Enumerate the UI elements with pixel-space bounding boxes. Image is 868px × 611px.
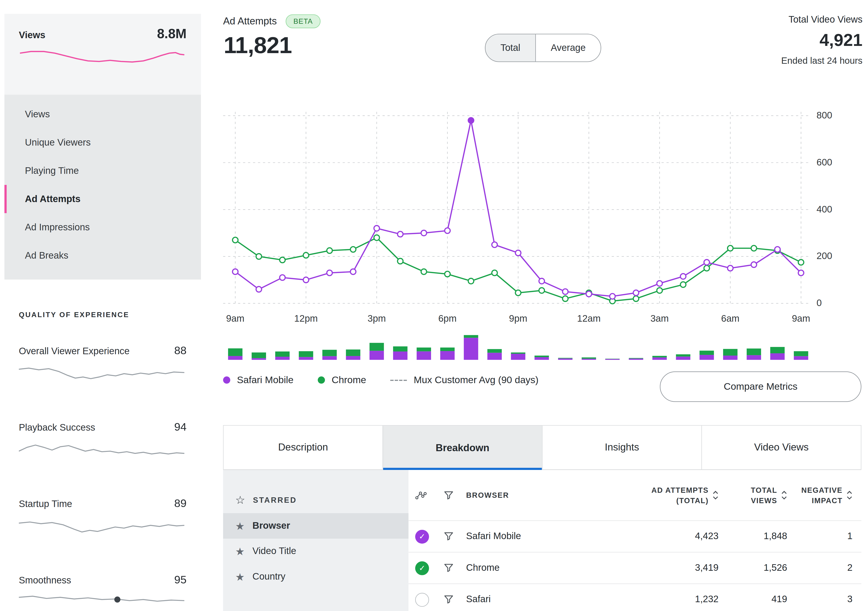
dimension-item-country[interactable]: ★Country bbox=[223, 564, 408, 590]
table-column-browser[interactable]: BROWSER bbox=[466, 491, 594, 499]
chart-legend: Safari MobileChromeMux Customer Avg (90 … bbox=[223, 374, 538, 386]
dimension-label: Browser bbox=[253, 520, 290, 532]
filter-icon[interactable] bbox=[444, 532, 466, 541]
chevron-down-icon[interactable] bbox=[713, 496, 719, 500]
breakdown-table: BROWSERAD ATTEMPTS(TOTAL)TOTALVIEWSNEGAT… bbox=[408, 470, 861, 611]
qoe-item-smoothness[interactable]: Smoothness95 bbox=[19, 574, 186, 611]
detail-tabs: DescriptionBreakdownInsightsVideo Views bbox=[223, 425, 862, 470]
sidebar-item-views[interactable]: Views bbox=[5, 100, 201, 129]
compare-metrics-button[interactable]: Compare Metrics bbox=[660, 371, 861, 402]
journey-icon bbox=[415, 491, 444, 499]
tab-insights[interactable]: Insights bbox=[542, 426, 701, 470]
legend-label: Mux Customer Avg (90 days) bbox=[414, 374, 538, 386]
row-value: 2 bbox=[787, 562, 852, 574]
row-value: 1,232 bbox=[594, 594, 718, 605]
starred-label: STARRED bbox=[253, 495, 297, 504]
qoe-sparkline bbox=[19, 592, 185, 611]
dimension-item-browser[interactable]: ★Browser bbox=[223, 513, 408, 539]
filter-icon[interactable] bbox=[444, 595, 466, 604]
summary-value: 8.8M bbox=[157, 26, 187, 42]
table-column-ad-attempts-total[interactable]: AD ATTEMPTS(TOTAL) bbox=[594, 485, 718, 506]
star-icon[interactable]: ★ bbox=[235, 546, 245, 557]
qoe-score: 95 bbox=[174, 574, 186, 586]
total-video-views-value: 4,921 bbox=[781, 31, 862, 50]
qoe-item-overall-viewer-experience[interactable]: Overall Viewer Experience88 bbox=[19, 344, 186, 388]
starred-header: ☆ STARRED bbox=[223, 470, 408, 513]
filter-icon[interactable] bbox=[444, 563, 466, 572]
row-value: 3 bbox=[787, 594, 852, 605]
chevron-up-icon[interactable] bbox=[781, 490, 787, 495]
toggle-average[interactable]: Average bbox=[536, 34, 601, 62]
legend-chrome[interactable]: Chrome bbox=[318, 374, 366, 386]
row-value: 4,423 bbox=[594, 531, 718, 542]
row-select-checkbox[interactable]: ✓ bbox=[415, 529, 429, 543]
total-video-views-label: Total Video Views bbox=[781, 14, 862, 26]
qoe-sparkline bbox=[19, 439, 185, 465]
row-name: Safari bbox=[466, 594, 594, 605]
legend-label: Chrome bbox=[332, 374, 366, 386]
qoe-label: Overall Viewer Experience bbox=[19, 346, 130, 357]
tab-breakdown[interactable]: Breakdown bbox=[383, 426, 542, 470]
line-chart-plot[interactable] bbox=[223, 106, 809, 309]
chevron-up-icon[interactable] bbox=[713, 490, 719, 495]
sort-control[interactable] bbox=[846, 490, 852, 500]
row-select-checkbox[interactable] bbox=[415, 593, 429, 606]
total-average-toggle: TotalAverage bbox=[485, 34, 601, 62]
sidebar: Views 8.8M ViewsUnique ViewersPlaying Ti… bbox=[5, 14, 201, 611]
qoe-score: 89 bbox=[174, 497, 186, 510]
sort-control[interactable] bbox=[713, 490, 719, 500]
legend-dot-icon bbox=[318, 376, 325, 384]
sidebar-item-ad-breaks[interactable]: Ad Breaks bbox=[5, 242, 201, 270]
legend-mux-customer-avg-90-days[interactable]: Mux Customer Avg (90 days) bbox=[391, 374, 538, 386]
views-sparkline bbox=[19, 47, 185, 73]
qoe-section: QUALITY OF EXPERIENCE Overall Viewer Exp… bbox=[5, 310, 201, 611]
sort-control[interactable] bbox=[781, 490, 787, 500]
table-column-negative-impact[interactable]: NEGATIVEIMPACT bbox=[787, 485, 852, 506]
qoe-label: Playback Success bbox=[19, 422, 95, 434]
table-row-chrome[interactable]: ✓Chrome3,4191,5262 bbox=[408, 552, 861, 584]
legend-safari-mobile[interactable]: Safari Mobile bbox=[223, 374, 293, 386]
tab-description[interactable]: Description bbox=[223, 426, 383, 470]
qoe-heading: QUALITY OF EXPERIENCE bbox=[19, 310, 186, 319]
row-name: Safari Mobile bbox=[466, 531, 594, 542]
summary-label: Views bbox=[19, 30, 45, 41]
qoe-item-startup-time[interactable]: Startup Time89 bbox=[19, 497, 186, 541]
star-icon[interactable]: ★ bbox=[235, 572, 245, 582]
sidebar-item-unique-viewers[interactable]: Unique Viewers bbox=[5, 129, 201, 157]
qoe-item-playback-success[interactable]: Playback Success94 bbox=[19, 421, 186, 464]
metric-total-value: 11,821 bbox=[223, 32, 292, 59]
toggle-total[interactable]: Total bbox=[485, 34, 536, 62]
metrics-nav: ViewsUnique ViewersPlaying TimeAd Attemp… bbox=[5, 95, 201, 280]
ad-attempts-chart[interactable]: 0200400600800 9am12pm3pm6pm9pm12am3am6am… bbox=[223, 106, 865, 333]
star-icon[interactable]: ★ bbox=[235, 521, 245, 531]
filter-icon[interactable] bbox=[444, 491, 466, 499]
page-title: Ad Attempts bbox=[223, 16, 277, 27]
sidebar-item-playing-time[interactable]: Playing Time bbox=[5, 157, 201, 185]
qoe-score: 88 bbox=[174, 344, 186, 357]
chevron-down-icon[interactable] bbox=[846, 496, 852, 500]
dimension-label: Video Title bbox=[253, 546, 296, 557]
qoe-label: Startup Time bbox=[19, 499, 72, 510]
tab-video-views[interactable]: Video Views bbox=[701, 426, 861, 470]
dimension-selector: ☆ STARRED ★Browser★Video Title★Country bbox=[223, 470, 408, 611]
star-outline-icon: ☆ bbox=[235, 495, 245, 506]
views-summary-card[interactable]: Views 8.8M bbox=[5, 14, 201, 95]
dimension-label: Country bbox=[253, 571, 285, 582]
stacked-bars-chart[interactable] bbox=[223, 332, 809, 361]
table-row-safari-mobile[interactable]: ✓Safari Mobile4,4231,8481 bbox=[408, 520, 861, 552]
chevron-down-icon[interactable] bbox=[781, 496, 787, 500]
row-value: 1 bbox=[787, 531, 852, 542]
row-value: 1,848 bbox=[719, 531, 787, 542]
legend-dash-icon bbox=[391, 380, 407, 381]
sidebar-item-ad-impressions[interactable]: Ad Impressions bbox=[5, 213, 201, 242]
qoe-label: Smoothness bbox=[19, 575, 71, 586]
mux-analytics-dashboard: Views 8.8M ViewsUnique ViewersPlaying Ti… bbox=[0, 0, 868, 611]
time-range-note: Ended last 24 hours bbox=[781, 55, 862, 66]
sidebar-item-ad-attempts[interactable]: Ad Attempts bbox=[5, 185, 201, 213]
dimension-item-video-title[interactable]: ★Video Title bbox=[223, 539, 408, 564]
row-select-checkbox[interactable]: ✓ bbox=[415, 561, 429, 575]
table-row-safari[interactable]: Safari1,2324193 bbox=[408, 583, 861, 611]
table-column-total-views[interactable]: TOTALVIEWS bbox=[719, 485, 787, 506]
chevron-up-icon[interactable] bbox=[846, 490, 852, 495]
qoe-sparkline bbox=[19, 515, 185, 541]
